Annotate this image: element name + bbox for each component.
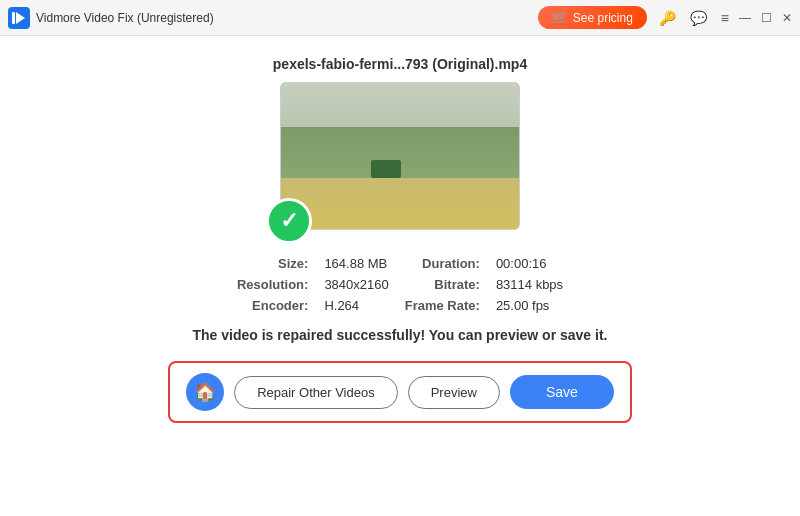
bitrate-value: 83114 kbps [496,277,563,292]
see-pricing-button[interactable]: 🛒 See pricing [538,6,647,29]
pricing-label: See pricing [573,11,633,25]
action-bar: 🏠 Repair Other Videos Preview Save [168,361,632,423]
maximize-button[interactable]: ☐ [761,12,772,24]
duration-value: 00:00:16 [496,256,563,271]
save-button[interactable]: Save [510,375,614,409]
home-button[interactable]: 🏠 [186,373,224,411]
video-thumbnail [280,82,520,230]
main-content: pexels-fabio-fermi...793 (Original).mp4 … [0,36,800,516]
close-button[interactable]: ✕ [782,12,792,24]
size-label: Size: [237,256,309,271]
app-logo [8,7,30,29]
video-thumbnail-wrapper: ✓ [280,82,520,230]
chat-icon[interactable]: 💬 [690,10,707,26]
success-check-badge: ✓ [266,198,312,244]
encoder-value: H.264 [324,298,388,313]
video-title: pexels-fabio-fermi...793 (Original).mp4 [273,56,527,72]
preview-button[interactable]: Preview [408,376,500,409]
title-bar: Vidmore Video Fix (Unregistered) 🛒 See p… [0,0,800,36]
resolution-value: 3840x2160 [324,277,388,292]
framerate-label: Frame Rate: [405,298,480,313]
window-controls: — ☐ ✕ [739,12,792,24]
cart-icon: 🛒 [552,10,568,25]
minimize-button[interactable]: — [739,12,751,24]
duration-label: Duration: [405,256,480,271]
video-info-table: Size: 164.88 MB Duration: 00:00:16 Resol… [237,256,563,313]
encoder-label: Encoder: [237,298,309,313]
framerate-value: 25.00 fps [496,298,563,313]
home-icon: 🏠 [194,381,216,403]
app-title: Vidmore Video Fix (Unregistered) [36,11,538,25]
repair-other-button[interactable]: Repair Other Videos [234,376,398,409]
svg-rect-2 [12,12,15,24]
menu-icon[interactable]: ≡ [721,10,729,26]
resolution-label: Resolution: [237,277,309,292]
field-layer [281,178,519,229]
bitrate-label: Bitrate: [405,277,480,292]
success-message: The video is repaired successfully! You … [193,327,608,343]
title-bar-icons: 🔑 💬 ≡ [659,10,729,26]
key-icon[interactable]: 🔑 [659,10,676,26]
size-value: 164.88 MB [324,256,388,271]
tractor-shape [371,160,401,178]
